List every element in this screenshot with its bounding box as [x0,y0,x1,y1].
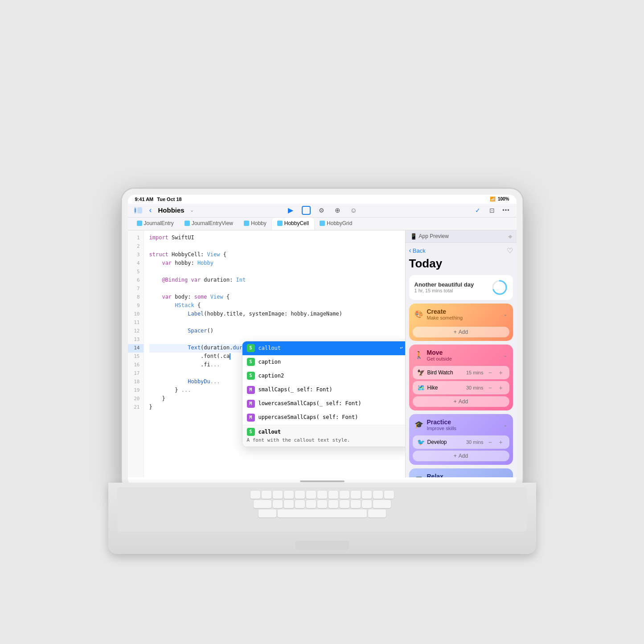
check-button[interactable]: ✓ [473,205,483,215]
stop-button[interactable] [302,206,311,215]
run-button[interactable]: ▶ [286,205,295,215]
key[interactable] [340,491,349,499]
key[interactable] [328,491,338,499]
code-area[interactable]: 1 2 3 4 5 6 7 8 9 10 11 12 13 [128,230,405,477]
category-items-practice: 🐦 Develop 30 mins − + [409,435,513,465]
category-header-create: 🎨 Create Make something ⌄ [409,304,513,325]
line-numbers: 1 2 3 4 5 6 7 8 9 10 11 12 13 [128,230,144,477]
key[interactable] [351,500,361,508]
category-title-row-practice: 🎓 Practice Improve skills [414,418,457,431]
ac-item-callout[interactable]: S callout ↩ [242,341,405,355]
chevron-icon-create[interactable]: ⌄ [503,311,508,317]
more-button[interactable]: ••• [501,205,511,215]
key[interactable] [340,500,349,508]
code-line-12: Spacer() [149,327,400,336]
code-editor[interactable]: 1 2 3 4 5 6 7 8 9 10 11 12 13 [128,230,405,477]
person-button[interactable]: ☺ [349,205,359,215]
sidebar-toggle-button[interactable] [133,205,143,215]
tab-icon-journal-entry [137,221,142,226]
key[interactable] [306,491,316,499]
key[interactable] [317,491,327,499]
key[interactable] [284,500,294,508]
key[interactable] [373,500,391,508]
preview-body[interactable]: ‹ Back ♡ Today Another beautiful day 1 h… [406,243,517,477]
category-card-practice: 🎓 Practice Improve skills ⌄ [409,414,513,465]
plus-button-hike[interactable]: + [497,384,505,392]
chevron-icon-move[interactable]: ⌄ [503,352,508,358]
key[interactable] [362,500,372,508]
add-plus-icon-create: + [454,329,457,335]
category-title-row-relax: 💻 Relax Zone out [414,473,446,477]
key[interactable] [362,491,372,499]
key[interactable] [368,509,386,517]
category-sub-create: Make something [427,315,463,320]
key[interactable] [262,491,271,499]
key[interactable] [254,500,271,508]
activity-label-develop: Develop [427,439,447,445]
plus-button-bird-watch[interactable]: + [497,369,505,377]
key[interactable] [306,500,316,508]
key[interactable] [273,500,283,508]
key[interactable] [273,491,283,499]
ac-desc-text: A font with the callout text style. [247,436,405,444]
code-line-9: HStack { [149,302,400,310]
key[interactable] [373,491,383,499]
bookmark-button[interactable]: ⊕ [333,205,343,215]
heart-button[interactable]: ♡ [507,246,513,255]
ac-description: S callout A font with the callout text s… [242,425,405,447]
tab-hobby-grid[interactable]: HobbyGrid [314,217,357,230]
tab-icon-journal-entry-view [185,221,190,226]
tab-hobby[interactable]: Hobby [238,217,272,230]
back-button[interactable]: ‹ Back [409,246,426,254]
tab-journal-entry-view[interactable]: JournalEntryView [179,217,238,230]
key[interactable] [328,500,338,508]
minus-button-develop[interactable]: − [486,438,494,446]
ac-item-smallcaps[interactable]: M smallCaps(_ self: Font) [242,383,405,397]
status-left: 9:41 AM Tue Oct 18 [135,197,182,202]
dropdown-button[interactable]: ⌄ [187,205,197,215]
trackpad[interactable] [295,541,349,550]
summary-title: Another beautiful day [414,281,474,288]
minus-button-bird-watch[interactable]: − [486,369,494,377]
autocomplete-popup[interactable]: S callout ↩ S caption S [242,341,405,447]
key[interactable] [258,509,276,517]
key[interactable] [284,491,294,499]
minus-button-hike[interactable]: − [486,384,494,392]
add-button-practice[interactable]: + Add [413,451,509,461]
plus-button-develop[interactable]: + [497,438,505,446]
add-button-create[interactable]: + Add [413,327,509,337]
ac-badge-lowercase-smallcaps: M [247,400,255,408]
key[interactable] [295,491,305,499]
ac-item-caption[interactable]: S caption [242,355,405,369]
toolbar-left: ‹ Hobbies ⌄ [133,205,282,215]
ac-item-caption2[interactable]: S caption2 [242,369,405,383]
key[interactable] [384,491,394,499]
key[interactable] [250,491,260,499]
code-line-3: struct HobbyCell: View { [149,251,400,259]
add-plus-icon-move: + [454,398,457,405]
ac-item-uppercase-smallcaps[interactable]: M uppercaseSmallCaps( self: Font) [242,410,405,424]
keyboard-base [108,483,536,554]
code-content[interactable]: import SwiftUI struct HobbyCell: View { … [144,230,405,477]
category-card-create: 🎨 Create Make something ⌄ [409,304,513,341]
box-button[interactable]: ⊡ [487,205,497,215]
preview-options-button[interactable]: ⎆ [509,233,512,240]
tab-hobby-cell[interactable]: HobbyCell [272,217,314,230]
chevron-icon-practice[interactable]: ⌄ [503,422,508,428]
add-button-move[interactable]: + Add [413,396,509,407]
status-right: 📶 100% [490,197,509,201]
tab-journal-entry[interactable]: JournalEntry [131,217,179,230]
key[interactable] [295,500,305,508]
code-line-4: var hobby: Hobby [149,259,400,268]
key[interactable] [317,500,327,508]
key[interactable] [351,491,361,499]
category-title-practice: Practice [427,418,457,426]
code-line-5 [149,268,400,276]
settings-button[interactable]: ⚙ [317,205,327,215]
space-key[interactable] [278,509,367,517]
activity-time-hike: 30 mins [466,385,484,390]
ac-item-lowercase-smallcaps[interactable]: M lowercaseSmallCaps(_ self: Font) [242,397,405,410]
preview-page-title: Today [409,257,513,271]
back-button[interactable]: ‹ [146,205,156,215]
preview-icon: 📱 [410,233,417,240]
